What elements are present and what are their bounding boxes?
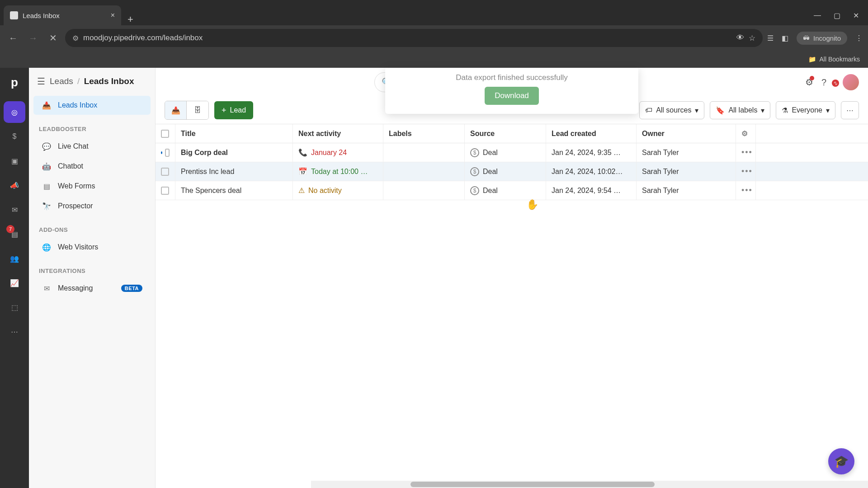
rail-leads-icon[interactable]: ◎	[4, 101, 25, 123]
help-icon[interactable]: ?	[821, 77, 826, 88]
horizontal-scrollbar[interactable]	[311, 481, 868, 488]
rail-insights-icon[interactable]: 📈	[4, 272, 25, 294]
back-button[interactable]: ←	[5, 30, 21, 46]
help-fab-button[interactable]: 🎓	[828, 448, 854, 474]
download-button[interactable]: Download	[485, 87, 539, 105]
row-more-button[interactable]: •••	[736, 162, 756, 181]
archive-view-button[interactable]: 🗄	[187, 101, 208, 119]
deal-source-icon: $	[470, 148, 479, 157]
sidebar-section-integrations: INTEGRATIONS	[29, 258, 155, 278]
rail-activities-icon[interactable]: 7▤	[4, 223, 25, 245]
table-header-row: Title Next activity Labels Source Lead c…	[156, 124, 868, 143]
collapse-sidebar-icon[interactable]: ☰	[37, 76, 45, 87]
rail-deals-icon[interactable]: $	[4, 126, 25, 147]
chat-icon: 💬	[42, 141, 52, 151]
maximize-icon[interactable]: ▢	[834, 11, 840, 20]
table-row[interactable]: Big Corp deal📞January 24$DealJan 24, 202…	[156, 143, 868, 162]
filter-label: All sources	[656, 106, 691, 114]
sidebar-item-prospector[interactable]: 🔭 Prospector	[33, 197, 151, 216]
site-settings-icon[interactable]: ⚙	[72, 34, 79, 42]
row-checkbox[interactable]	[165, 149, 170, 157]
form-icon: ▤	[42, 181, 52, 191]
sidebar-item-label: Chatbot	[58, 162, 83, 170]
col-created[interactable]: Lead created	[546, 124, 637, 143]
label-icon: 🔖	[716, 106, 725, 115]
minimize-icon[interactable]: —	[814, 11, 821, 19]
sidebar-section-addons: ADD-ONS	[29, 216, 155, 237]
eye-off-icon[interactable]: 👁	[736, 33, 744, 42]
forward-button[interactable]: →	[25, 30, 41, 46]
sidebar-item-web-visitors[interactable]: 🌐 Web Visitors	[33, 238, 151, 257]
cell-owner: Sarah Tyler	[637, 162, 736, 181]
row-checkbox[interactable]	[161, 168, 169, 176]
gem-badge: 2	[830, 78, 841, 89]
rail-badge: 7	[6, 225, 14, 233]
sidebar-section-leadbooster: LEADBOOSTER	[29, 116, 155, 136]
browser-menu-icon[interactable]: ⋮	[855, 34, 863, 42]
incognito-label: Incognito	[813, 34, 841, 42]
row-more-button[interactable]: •••	[736, 143, 756, 162]
rail-projects-icon[interactable]: ▣	[4, 150, 25, 172]
folder-icon: 📁	[808, 56, 816, 63]
sidebar-item-web-forms[interactable]: ▤ Web Forms	[33, 177, 151, 196]
col-title[interactable]: Title	[175, 124, 293, 143]
sidebar-item-messaging[interactable]: ✉ Messaging BETA	[33, 279, 151, 298]
rail-more-icon[interactable]: ⋯	[4, 321, 25, 343]
rail-contacts-icon[interactable]: 👥	[4, 248, 25, 269]
col-owner[interactable]: Owner	[637, 124, 736, 143]
url-bar[interactable]: ⚙ moodjoy.pipedrive.com/leads/inbox 👁 ☆	[65, 29, 763, 47]
sidebar-item-chatbot[interactable]: 🤖 Chatbot	[33, 157, 151, 176]
browser-tab[interactable]: Leads Inbox ×	[4, 5, 121, 25]
breadcrumb-root[interactable]: Leads	[50, 76, 73, 86]
pipedrive-logo-icon[interactable]: p	[6, 74, 23, 90]
all-bookmarks-button[interactable]: All Bookmarks	[820, 56, 860, 63]
marketplace-icon[interactable]: ⚙	[805, 77, 813, 88]
url-text: moodjoy.pipedrive.com/leads/inbox	[83, 33, 203, 42]
rail-campaigns-icon[interactable]: 📣	[4, 174, 25, 196]
tab-title: Leads Inbox	[23, 12, 60, 19]
table-row[interactable]: Prentiss Inc lead📅Today at 10:00 …$DealJ…	[156, 162, 868, 181]
table-row[interactable]: The Spencers deal⚠No activity$DealJan 24…	[156, 181, 868, 200]
user-avatar[interactable]	[843, 74, 859, 90]
filter-labels[interactable]: 🔖 All labels ▾	[710, 101, 770, 119]
close-window-icon[interactable]: ✕	[853, 11, 859, 20]
cell-title: The Spencers deal	[175, 181, 293, 200]
select-all-checkbox[interactable]	[161, 130, 169, 138]
table-settings-icon[interactable]: ⚙	[736, 124, 756, 143]
breadcrumb: Leads / Leads Inbox	[50, 76, 134, 86]
more-actions-button[interactable]: ⋯	[841, 101, 859, 119]
chevron-down-icon: ▾	[761, 106, 764, 115]
filter-owner[interactable]: ⚗ Everyone ▾	[776, 101, 835, 119]
inbox-view-button[interactable]: 📥	[165, 101, 187, 119]
filter-sources[interactable]: 🏷 All sources ▾	[639, 101, 704, 119]
cell-created: Jan 24, 2024, 9:54 …	[546, 181, 637, 200]
cell-next-activity: 📅Today at 10:00 …	[293, 162, 383, 181]
extensions-icon[interactable]: ☰	[767, 34, 774, 42]
cell-labels	[383, 162, 465, 181]
row-more-button[interactable]: •••	[736, 181, 756, 200]
sidebar-item-leads-inbox[interactable]: 📥 Leads Inbox	[33, 96, 151, 115]
reload-button[interactable]: ✕	[45, 30, 61, 46]
lead-button-label: Lead	[230, 106, 246, 114]
add-lead-button[interactable]: + Lead	[214, 101, 253, 119]
sidebar-item-label: Leads Inbox	[58, 101, 97, 109]
window-controls: — ▢ ✕	[814, 5, 864, 25]
filter-icon: ⚗	[782, 106, 788, 115]
new-tab-button[interactable]: +	[121, 14, 140, 25]
col-labels[interactable]: Labels	[383, 124, 465, 143]
sidebar-item-live-chat[interactable]: 💬 Live Chat	[33, 137, 151, 156]
cursor-icon: ✋	[526, 199, 538, 211]
close-tab-icon[interactable]: ×	[111, 11, 115, 19]
row-checkbox[interactable]	[161, 187, 169, 195]
incognito-indicator[interactable]: 🕶 Incognito	[797, 32, 847, 45]
activity-status-icon: 📞	[298, 148, 307, 157]
rail-mail-icon[interactable]: ✉	[4, 199, 25, 221]
favicon-icon	[10, 11, 18, 19]
bookmark-star-icon[interactable]: ☆	[749, 33, 755, 43]
col-source[interactable]: Source	[465, 124, 546, 143]
rail-marketplace-icon[interactable]: ⬚	[4, 296, 25, 318]
col-next-activity[interactable]: Next activity	[293, 124, 383, 143]
messaging-icon: ✉	[42, 283, 52, 293]
panel-icon[interactable]: ◧	[782, 34, 788, 42]
scrollbar-thumb[interactable]	[410, 482, 655, 487]
